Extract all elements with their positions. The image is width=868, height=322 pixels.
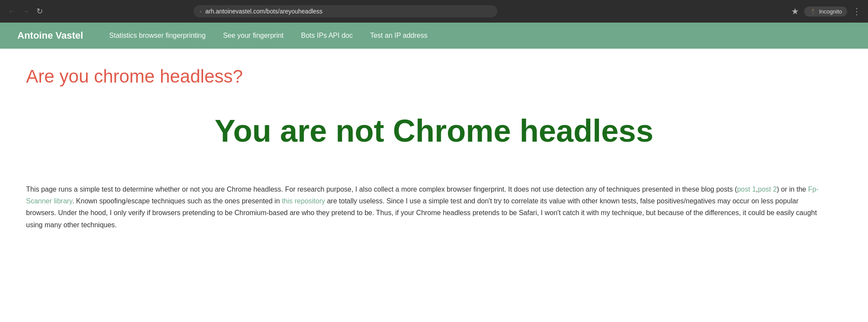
- address-icon: ◦: [200, 8, 202, 15]
- browser-right-controls: ★ 🕴 Incognito ⋮: [791, 6, 861, 17]
- back-button[interactable]: ←: [7, 7, 16, 16]
- main-content: Are you chrome headless? You are not Chr…: [0, 49, 868, 248]
- page-question: Are you chrome headless?: [26, 66, 842, 87]
- link-post1[interactable]: post 1: [737, 186, 756, 193]
- link-post2[interactable]: post 2: [758, 186, 777, 193]
- nav-link-bots-api[interactable]: Bots IPs API doc: [293, 32, 362, 40]
- incognito-icon: 🕴: [809, 8, 816, 15]
- browser-toolbar: ← → ↻ ◦ arh.antoinevastel.com/bots/areyo…: [0, 0, 868, 23]
- nav-link-fingerprint[interactable]: See your fingerprint: [214, 32, 293, 40]
- page-result: You are not Chrome headless: [26, 113, 842, 149]
- page-description: This page runs a simple test to determin…: [26, 183, 829, 231]
- nav-link-statistics[interactable]: Statistics browser fingerprinting: [101, 32, 214, 40]
- nav-link-test-ip[interactable]: Test an IP address: [362, 32, 436, 40]
- nav-buttons: ← → ↻: [7, 7, 44, 16]
- nav-links: Statistics browser fingerprinting See yo…: [101, 32, 436, 40]
- incognito-badge[interactable]: 🕴 Incognito: [804, 7, 847, 17]
- reload-button[interactable]: ↻: [35, 7, 44, 16]
- link-fp-scanner[interactable]: Fp-Scanner library: [26, 186, 819, 205]
- incognito-label: Incognito: [819, 8, 842, 15]
- menu-button[interactable]: ⋮: [852, 6, 861, 17]
- address-bar[interactable]: ◦ arh.antoinevastel.com/bots/areyouheadl…: [194, 5, 497, 17]
- site-navigation: Antoine Vastel Statistics browser finger…: [0, 23, 868, 49]
- forward-button[interactable]: →: [21, 7, 30, 16]
- site-logo[interactable]: Antoine Vastel: [17, 30, 83, 41]
- url-text: arh.antoinevastel.com/bots/areyouheadles…: [205, 8, 491, 15]
- bookmark-icon[interactable]: ★: [791, 6, 799, 17]
- link-repository[interactable]: this repository: [282, 197, 325, 205]
